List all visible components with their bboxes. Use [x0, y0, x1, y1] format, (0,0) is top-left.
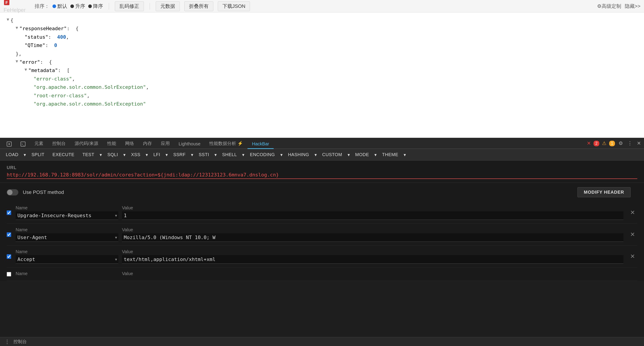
advanced-settings-link[interactable]: ⚙高级定制	[597, 3, 621, 10]
tab-application[interactable]: 应用	[156, 139, 174, 149]
hackbar-ssti-button[interactable]: SSTI	[195, 151, 213, 158]
svg-point-3	[8, 143, 10, 145]
tab-lighthouse[interactable]: Lighthouse	[174, 139, 205, 149]
url-value[interactable]: http://192.168.79.128:8983/solr/admin/co…	[7, 172, 637, 179]
header-2-value-input[interactable]	[122, 233, 624, 242]
warning-icon: ⚠	[602, 140, 606, 146]
hackbar-encoding-dropdown[interactable]: ▾	[280, 151, 284, 159]
header-1-close-button[interactable]: ✕	[628, 209, 637, 216]
collapse-root[interactable]: ▼	[7, 16, 9, 23]
svg-text:F: F	[6, 1, 8, 5]
more-icon[interactable]: ⋮	[626, 139, 633, 147]
sort-default[interactable]: 默认	[52, 3, 67, 10]
header-row-2: Name ▾ Value ✕	[7, 224, 637, 246]
divider-2	[150, 3, 150, 10]
header-4-name-label: Name	[16, 271, 118, 276]
close-devtools-icon[interactable]: ✕	[636, 139, 642, 147]
hackbar-ssrf-button[interactable]: SSRF	[170, 151, 189, 158]
close-icon: ✕	[587, 140, 591, 146]
header-row-3: Name ▾ Value ✕	[7, 246, 637, 267]
hackbar-encoding-button[interactable]: ENCODING	[246, 151, 278, 158]
hackbar-theme-dropdown[interactable]: ▾	[403, 151, 407, 159]
header-3-value-input[interactable]	[122, 255, 624, 264]
header-3-value-label: Value	[122, 249, 624, 254]
fehelper-name: FeHelper	[4, 7, 26, 13]
sort-asc[interactable]: 升序	[70, 3, 85, 10]
hackbar-custom-dropdown[interactable]: ▾	[347, 151, 351, 159]
tab-sources[interactable]: 源代码/来源	[70, 139, 103, 149]
hackbar-shell-dropdown[interactable]: ▾	[241, 151, 246, 159]
tab-perfdata[interactable]: 性能数据分析 ⚡	[205, 139, 248, 149]
hackbar-xss-dropdown[interactable]: ▾	[145, 151, 149, 159]
hackbar-shell-button[interactable]: SHELL	[218, 151, 240, 158]
header-4-checkbox[interactable]	[7, 272, 11, 276]
header-1-fields: Name ▾ Value	[16, 205, 624, 220]
hackbar-mode-button[interactable]: MODE	[352, 151, 372, 158]
devtools-tabs: >_ 元素 控制台 源代码/来源 性能 网络 内存 应用 Lighthouse …	[0, 138, 644, 149]
bottom-menu-icon[interactable]: ⋮	[4, 339, 10, 345]
hackbar-execute-button[interactable]: EXECUTE	[49, 151, 78, 158]
header-1-name-label: Name	[16, 205, 118, 211]
tab-console[interactable]: 控制台	[48, 139, 70, 149]
headers-section: Name ▾ Value ✕ Name ▾	[0, 202, 644, 281]
header-4-value-wrap: Value	[122, 271, 637, 277]
modify-header-button[interactable]: MODIFY HEADER	[578, 187, 630, 197]
hackbar-ssrf-dropdown[interactable]: ▾	[190, 151, 194, 159]
json-line-root: ▼ {	[7, 16, 637, 24]
tab-network[interactable]: 网络	[120, 139, 138, 149]
header-2-close-button[interactable]: ✕	[628, 231, 637, 238]
hackbar-xss-button[interactable]: XSS	[128, 151, 144, 158]
hackbar-sqli-dropdown[interactable]: ▾	[122, 151, 127, 159]
header-3-value-wrap: Value	[122, 249, 624, 264]
header-3-name-input[interactable]	[16, 255, 114, 263]
header-3-checkbox[interactable]	[7, 254, 11, 259]
header-3-dropdown-arrow[interactable]: ▾	[114, 257, 118, 262]
hackbar-theme-button[interactable]: THEME	[379, 151, 402, 158]
hackbar-lfi-button[interactable]: LFI	[150, 151, 164, 158]
hackbar-custom-button[interactable]: CUSTOM	[318, 151, 346, 158]
header-1-name-input[interactable]	[16, 211, 114, 220]
sort-label: 排序：	[34, 3, 49, 10]
header-2-dropdown-arrow[interactable]: ▾	[114, 235, 118, 240]
hackbar-ssti-dropdown[interactable]: ▾	[214, 151, 218, 159]
header-2-value-label: Value	[122, 227, 624, 232]
header-1-value-input[interactable]	[122, 211, 624, 220]
json-line-solrexception2: "org.apache.solr.common.SolrException"	[7, 100, 637, 108]
header-3-close-button[interactable]: ✕	[628, 253, 637, 260]
hackbar-lfi-dropdown[interactable]: ▾	[165, 151, 169, 159]
download-json-button[interactable]: 下载JSON	[218, 1, 250, 11]
hackbar-mode-dropdown[interactable]: ▾	[374, 151, 378, 159]
header-2-name-input[interactable]	[16, 233, 114, 242]
fold-all-button[interactable]: 折叠所有	[184, 1, 213, 11]
toggle-knob	[7, 190, 12, 195]
header-1-dropdown-arrow[interactable]: ▾	[114, 213, 118, 218]
hackbar-load-dropdown[interactable]: ▾	[23, 151, 27, 159]
settings-icon[interactable]: ⚙	[618, 139, 624, 147]
hackbar-hashing-button[interactable]: HASHING	[284, 151, 313, 158]
sort-desc[interactable]: 降序	[88, 3, 103, 10]
hackbar-sqli-button[interactable]: SQLI	[104, 151, 122, 158]
tab-memory[interactable]: 内存	[138, 139, 156, 149]
metadata-button[interactable]: 元数据	[156, 1, 180, 11]
tab-elements[interactable]: 元素	[30, 139, 48, 149]
tab-inspect[interactable]	[2, 139, 16, 149]
header-2-fields: Name ▾ Value	[16, 227, 624, 242]
hackbar-load-button[interactable]: LOAD	[2, 151, 22, 158]
collapse-responseheader[interactable]: ▼	[16, 24, 18, 31]
garbled-fix-button[interactable]: 乱码修正	[115, 1, 144, 11]
tab-performance[interactable]: 性能	[103, 139, 120, 149]
collapse-error[interactable]: ▼	[16, 58, 18, 65]
post-toggle[interactable]	[7, 189, 18, 196]
header-2-checkbox[interactable]	[7, 232, 11, 237]
tab-hackbar[interactable]: HackBar	[248, 139, 274, 149]
hide-link[interactable]: 隐藏>>	[625, 3, 640, 10]
hackbar-split-button[interactable]: SPLIT	[28, 151, 48, 158]
hackbar-test-button[interactable]: TEST	[79, 151, 98, 158]
header-1-checkbox[interactable]	[7, 211, 11, 215]
tab-right-controls: ✕ 2 ⚠ 1 ⚙ ⋮ ✕	[587, 139, 642, 148]
hackbar-hashing-dropdown[interactable]: ▾	[314, 151, 318, 159]
header-3-name-label: Name	[16, 249, 118, 254]
collapse-metadata[interactable]: ▼	[24, 66, 27, 73]
hackbar-test-dropdown[interactable]: ▾	[99, 151, 103, 159]
tab-console-icon[interactable]: >_	[16, 139, 30, 149]
